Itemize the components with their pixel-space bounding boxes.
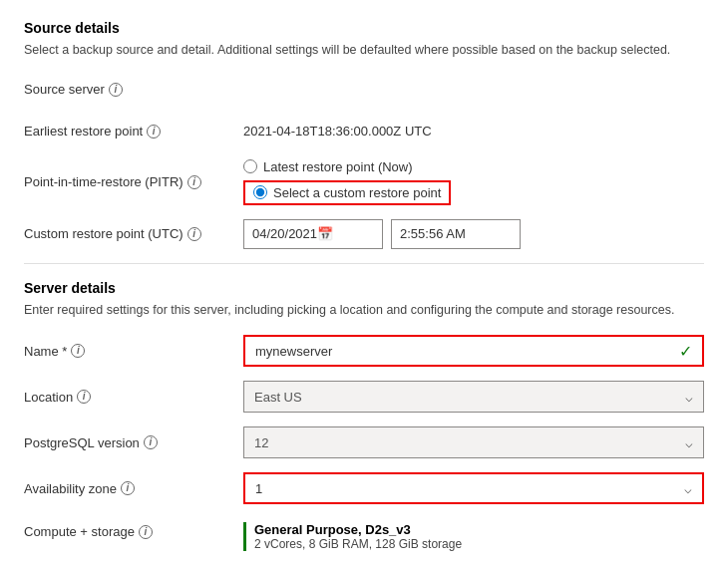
custom-restore-row: Custom restore point (UTC) i 04/20/2021 … <box>24 219 704 249</box>
location-dropdown[interactable]: East US ⌵ <box>243 381 704 413</box>
name-input-wrapper: ✓ <box>243 335 704 367</box>
pitr-options: Latest restore point (Now) Select a cust… <box>243 159 704 205</box>
earliest-restore-info-icon[interactable]: i <box>147 125 161 139</box>
compute-label: Compute + storage i <box>24 522 243 539</box>
compute-info-icon[interactable]: i <box>139 525 153 539</box>
postgres-dropdown[interactable]: 12 ⌵ <box>243 426 704 458</box>
earliest-restore-row: Earliest restore point i 2021-04-18T18:3… <box>24 118 704 145</box>
name-info-icon[interactable]: i <box>71 344 85 358</box>
calendar-icon[interactable]: 📅 <box>317 226 374 241</box>
server-details-description: Enter required settings for this server,… <box>24 302 704 320</box>
location-row: Location i East US ⌵ <box>24 381 704 413</box>
source-details-section: Source details Select a backup source an… <box>24 20 704 249</box>
availability-label: Availability zone i <box>24 481 243 496</box>
availability-info-icon[interactable]: i <box>121 481 135 495</box>
compute-info-wrapper: General Purpose, D2s_v3 2 vCores, 8 GiB … <box>243 522 704 551</box>
name-row: Name * i ✓ <box>24 335 704 367</box>
availability-row: Availability zone i 1 ⌵ <box>24 472 704 504</box>
server-details-title: Server details <box>24 280 704 296</box>
custom-restore-inputs: 04/20/2021 📅 2:55:56 AM <box>243 219 704 249</box>
time-input[interactable]: 2:55:56 AM <box>391 219 521 249</box>
pitr-row: Point-in-time-restore (PITR) i Latest re… <box>24 159 704 205</box>
source-server-row: Source server i <box>24 76 704 104</box>
name-input[interactable] <box>255 344 679 359</box>
compute-value: General Purpose, D2s_v3 2 vCores, 8 GiB … <box>243 522 704 551</box>
name-input-box[interactable]: ✓ <box>243 335 704 367</box>
pitr-radio-group: Latest restore point (Now) Select a cust… <box>243 159 704 205</box>
custom-restore-info-icon[interactable]: i <box>187 227 201 241</box>
pitr-info-icon[interactable]: i <box>187 175 201 189</box>
postgres-label: PostgreSQL version i <box>24 435 243 450</box>
pitr-option-custom[interactable]: Select a custom restore point <box>243 180 704 205</box>
location-label: Location i <box>24 390 243 405</box>
availability-chevron-icon: ⌵ <box>684 481 692 496</box>
pitr-option-latest[interactable]: Latest restore point (Now) <box>243 159 704 174</box>
compute-details: General Purpose, D2s_v3 2 vCores, 8 GiB … <box>254 522 462 551</box>
pitr-radio-custom[interactable] <box>253 185 267 199</box>
source-details-title: Source details <box>24 20 704 36</box>
postgres-dropdown-wrapper: 12 ⌵ <box>243 426 704 458</box>
availability-dropdown-wrapper: 1 ⌵ <box>243 472 704 504</box>
date-input[interactable]: 04/20/2021 📅 <box>243 219 383 249</box>
source-details-description: Select a backup source and detail. Addit… <box>24 42 704 60</box>
compute-row: Compute + storage i General Purpose, D2s… <box>24 518 704 551</box>
postgres-info-icon[interactable]: i <box>144 435 158 449</box>
custom-restore-label: Custom restore point (UTC) i <box>24 226 243 241</box>
compute-green-bar <box>243 522 246 551</box>
location-chevron-icon: ⌵ <box>685 390 693 405</box>
server-details-section: Server details Enter required settings f… <box>24 280 704 552</box>
name-label: Name * i <box>24 344 243 359</box>
location-dropdown-wrapper: East US ⌵ <box>243 381 704 413</box>
source-server-label: Source server i <box>24 82 243 97</box>
availability-dropdown[interactable]: 1 ⌵ <box>243 472 704 504</box>
section-divider <box>24 263 704 264</box>
earliest-restore-value: 2021-04-18T18:36:00.000Z UTC <box>243 124 704 139</box>
name-check-icon: ✓ <box>679 342 692 361</box>
postgres-row: PostgreSQL version i 12 ⌵ <box>24 426 704 458</box>
location-info-icon[interactable]: i <box>77 390 91 404</box>
postgres-chevron-icon: ⌵ <box>685 435 693 450</box>
earliest-restore-label: Earliest restore point i <box>24 124 243 139</box>
source-server-info-icon[interactable]: i <box>109 83 123 97</box>
date-time-group: 04/20/2021 📅 2:55:56 AM <box>243 219 704 249</box>
pitr-label: Point-in-time-restore (PITR) i <box>24 174 243 189</box>
pitr-radio-latest[interactable] <box>243 159 257 173</box>
